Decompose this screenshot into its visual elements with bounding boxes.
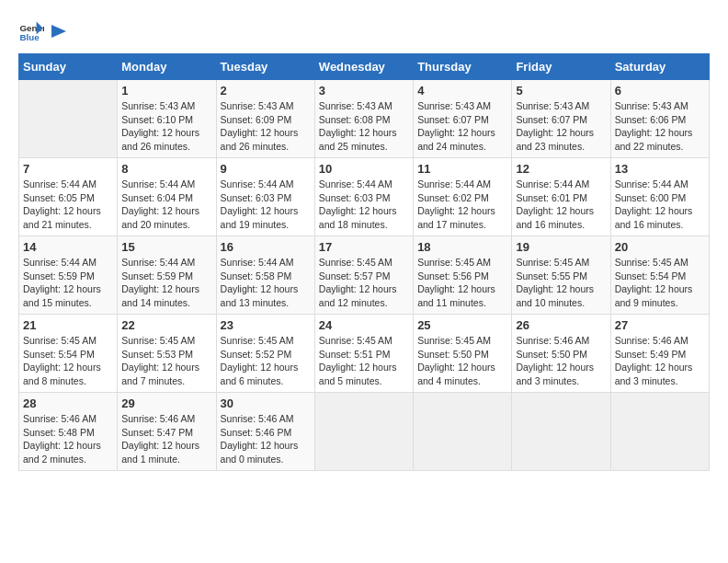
svg-text:Blue: Blue [19, 32, 40, 42]
day-info: Sunrise: 5:43 AMSunset: 6:06 PMDaylight:… [615, 99, 705, 154]
calendar-header: SundayMondayTuesdayWednesdayThursdayFrid… [19, 54, 710, 80]
calendar-cell: 12Sunrise: 5:44 AMSunset: 6:01 PMDayligh… [512, 158, 610, 236]
day-info: Sunrise: 5:46 AMSunset: 5:48 PMDaylight:… [23, 412, 113, 466]
day-number: 16 [221, 240, 311, 254]
calendar-cell: 10Sunrise: 5:44 AMSunset: 6:03 PMDayligh… [314, 158, 413, 236]
calendar-cell: 20Sunrise: 5:45 AMSunset: 5:54 PMDayligh… [610, 236, 709, 315]
day-info: Sunrise: 5:46 AMSunset: 5:46 PMDaylight:… [221, 412, 311, 466]
day-number: 14 [23, 240, 113, 254]
day-info: Sunrise: 5:43 AMSunset: 6:07 PMDaylight:… [417, 99, 507, 154]
weekday-header-tuesday: Tuesday [216, 54, 314, 80]
logo: General Blue [18, 18, 68, 44]
day-number: 6 [615, 84, 705, 98]
day-info: Sunrise: 5:45 AMSunset: 5:50 PMDaylight:… [417, 334, 507, 388]
day-info: Sunrise: 5:44 AMSunset: 6:01 PMDaylight:… [516, 178, 606, 232]
day-number: 20 [615, 240, 705, 254]
calendar-cell: 21Sunrise: 5:45 AMSunset: 5:54 PMDayligh… [19, 315, 118, 393]
calendar-week-row: 1Sunrise: 5:43 AMSunset: 6:10 PMDaylight… [19, 80, 710, 158]
day-number: 29 [121, 396, 211, 410]
day-info: Sunrise: 5:45 AMSunset: 5:53 PMDaylight:… [121, 334, 211, 388]
weekday-header-sunday: Sunday [19, 54, 118, 80]
calendar-cell [19, 80, 118, 158]
calendar-table: SundayMondayTuesdayWednesdayThursdayFrid… [18, 53, 710, 471]
day-number: 10 [319, 162, 409, 176]
calendar-cell: 3Sunrise: 5:43 AMSunset: 6:08 PMDaylight… [314, 80, 413, 158]
day-number: 22 [121, 318, 211, 332]
day-number: 27 [615, 318, 705, 332]
day-number: 25 [417, 318, 507, 332]
day-info: Sunrise: 5:44 AMSunset: 6:00 PMDaylight:… [615, 178, 705, 232]
calendar-cell: 8Sunrise: 5:44 AMSunset: 6:04 PMDaylight… [118, 158, 216, 236]
day-number: 12 [516, 162, 606, 176]
calendar-cell: 28Sunrise: 5:46 AMSunset: 5:48 PMDayligh… [19, 393, 118, 471]
calendar-cell: 27Sunrise: 5:46 AMSunset: 5:49 PMDayligh… [610, 315, 709, 393]
calendar-cell: 14Sunrise: 5:44 AMSunset: 5:59 PMDayligh… [19, 236, 118, 315]
day-info: Sunrise: 5:44 AMSunset: 6:05 PMDaylight:… [23, 178, 113, 232]
day-number: 24 [319, 318, 409, 332]
day-number: 18 [417, 240, 507, 254]
day-info: Sunrise: 5:46 AMSunset: 5:49 PMDaylight:… [615, 334, 705, 388]
day-info: Sunrise: 5:44 AMSunset: 6:03 PMDaylight:… [221, 178, 311, 232]
day-info: Sunrise: 5:44 AMSunset: 5:59 PMDaylight:… [23, 256, 113, 310]
day-info: Sunrise: 5:43 AMSunset: 6:07 PMDaylight:… [516, 99, 606, 154]
day-number: 28 [23, 396, 113, 410]
calendar-cell: 4Sunrise: 5:43 AMSunset: 6:07 PMDaylight… [414, 80, 512, 158]
calendar-cell [414, 393, 512, 471]
weekday-header-thursday: Thursday [414, 54, 512, 80]
day-number: 5 [516, 84, 606, 98]
calendar-cell: 11Sunrise: 5:44 AMSunset: 6:02 PMDayligh… [414, 158, 512, 236]
calendar-cell: 5Sunrise: 5:43 AMSunset: 6:07 PMDaylight… [512, 80, 610, 158]
calendar-cell: 1Sunrise: 5:43 AMSunset: 6:10 PMDaylight… [118, 80, 216, 158]
day-number: 7 [23, 162, 113, 176]
calendar-cell: 30Sunrise: 5:46 AMSunset: 5:46 PMDayligh… [216, 393, 314, 471]
day-number: 13 [615, 162, 705, 176]
day-number: 9 [221, 162, 311, 176]
calendar-week-row: 21Sunrise: 5:45 AMSunset: 5:54 PMDayligh… [19, 315, 710, 393]
day-number: 17 [319, 240, 409, 254]
day-info: Sunrise: 5:44 AMSunset: 6:02 PMDaylight:… [417, 178, 507, 232]
logo-icon: General Blue [18, 18, 44, 44]
day-number: 3 [319, 84, 409, 98]
day-info: Sunrise: 5:45 AMSunset: 5:51 PMDaylight:… [319, 334, 409, 388]
calendar-cell: 9Sunrise: 5:44 AMSunset: 6:03 PMDaylight… [216, 158, 314, 236]
calendar-week-row: 7Sunrise: 5:44 AMSunset: 6:05 PMDaylight… [19, 158, 710, 236]
calendar-cell: 24Sunrise: 5:45 AMSunset: 5:51 PMDayligh… [314, 315, 413, 393]
calendar-cell: 22Sunrise: 5:45 AMSunset: 5:53 PMDayligh… [118, 315, 216, 393]
calendar-cell: 15Sunrise: 5:44 AMSunset: 5:59 PMDayligh… [118, 236, 216, 315]
day-number: 1 [121, 84, 211, 98]
day-number: 4 [417, 84, 507, 98]
calendar-cell [610, 393, 709, 471]
day-info: Sunrise: 5:45 AMSunset: 5:57 PMDaylight:… [319, 256, 409, 310]
day-info: Sunrise: 5:44 AMSunset: 6:03 PMDaylight:… [319, 178, 409, 232]
weekday-header-monday: Monday [118, 54, 216, 80]
calendar-cell: 29Sunrise: 5:46 AMSunset: 5:47 PMDayligh… [118, 393, 216, 471]
calendar-cell: 25Sunrise: 5:45 AMSunset: 5:50 PMDayligh… [414, 315, 512, 393]
day-info: Sunrise: 5:45 AMSunset: 5:52 PMDaylight:… [221, 334, 311, 388]
logo-arrow-icon [48, 23, 68, 40]
calendar-cell: 2Sunrise: 5:43 AMSunset: 6:09 PMDaylight… [216, 80, 314, 158]
day-info: Sunrise: 5:43 AMSunset: 6:10 PMDaylight:… [121, 99, 211, 154]
day-number: 8 [121, 162, 211, 176]
day-info: Sunrise: 5:44 AMSunset: 5:59 PMDaylight:… [121, 256, 211, 310]
calendar-cell: 6Sunrise: 5:43 AMSunset: 6:06 PMDaylight… [610, 80, 709, 158]
day-info: Sunrise: 5:46 AMSunset: 5:50 PMDaylight:… [516, 334, 606, 388]
day-info: Sunrise: 5:44 AMSunset: 5:58 PMDaylight:… [221, 256, 311, 310]
day-info: Sunrise: 5:44 AMSunset: 6:04 PMDaylight:… [121, 178, 211, 232]
day-number: 30 [221, 396, 311, 410]
day-info: Sunrise: 5:45 AMSunset: 5:56 PMDaylight:… [417, 256, 507, 310]
calendar-cell: 16Sunrise: 5:44 AMSunset: 5:58 PMDayligh… [216, 236, 314, 315]
calendar-cell: 18Sunrise: 5:45 AMSunset: 5:56 PMDayligh… [414, 236, 512, 315]
calendar-cell: 17Sunrise: 5:45 AMSunset: 5:57 PMDayligh… [314, 236, 413, 315]
weekday-header-friday: Friday [512, 54, 610, 80]
calendar-week-row: 28Sunrise: 5:46 AMSunset: 5:48 PMDayligh… [19, 393, 710, 471]
day-info: Sunrise: 5:45 AMSunset: 5:55 PMDaylight:… [516, 256, 606, 310]
calendar-cell: 13Sunrise: 5:44 AMSunset: 6:00 PMDayligh… [610, 158, 709, 236]
day-number: 26 [516, 318, 606, 332]
day-number: 15 [121, 240, 211, 254]
calendar-cell: 7Sunrise: 5:44 AMSunset: 6:05 PMDaylight… [19, 158, 118, 236]
day-number: 21 [23, 318, 113, 332]
calendar-cell: 23Sunrise: 5:45 AMSunset: 5:52 PMDayligh… [216, 315, 314, 393]
calendar-cell [314, 393, 413, 471]
weekday-header-row: SundayMondayTuesdayWednesdayThursdayFrid… [19, 54, 710, 80]
calendar-cell: 26Sunrise: 5:46 AMSunset: 5:50 PMDayligh… [512, 315, 610, 393]
